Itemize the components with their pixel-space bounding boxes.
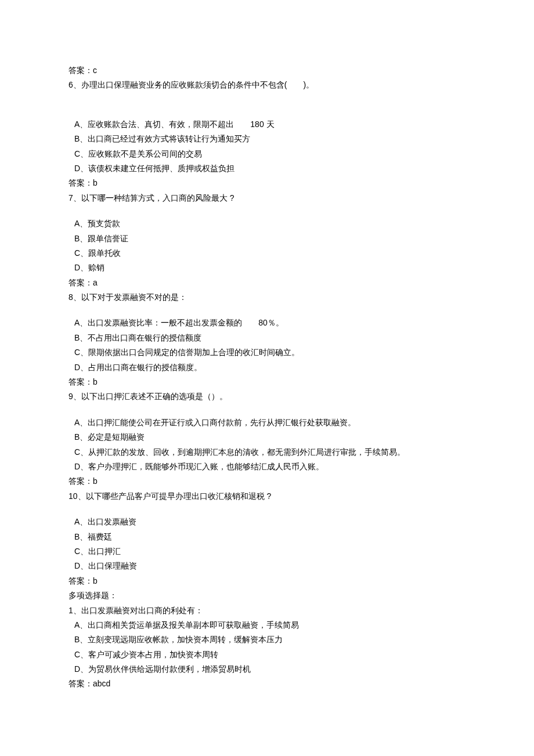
option-7c: C、跟单托收	[74, 247, 466, 259]
answer-9: 答案：b	[68, 475, 466, 487]
option-9c: C、从押汇款的发放、回收，到逾期押汇本息的清收，都无需到外汇局进行审批，手续简易…	[74, 446, 466, 458]
question-10-text: 10、以下哪些产品客户可提早办理出口收汇核销和退税 ?	[68, 490, 466, 502]
option-8b: B、不占用出口商在银行的授信额度	[74, 331, 466, 344]
option-7a: A、预支货款	[74, 217, 466, 230]
multi-question-1-text: 1、出口发票融资对出口商的利处有：	[68, 604, 466, 617]
option-6a: A、应收账款合法、真切、有效，限期不超出 180 天	[74, 118, 466, 131]
option-m1b: B、立刻变现远期应收帐款，加快资本周转，缓解资本压力	[74, 633, 466, 646]
answer-8: 答案：b	[68, 375, 466, 388]
option-10c: C、出口押汇	[74, 545, 466, 558]
option-10d: D、出口保理融资	[74, 559, 466, 572]
option-10a: A、出口发票融资	[74, 515, 466, 528]
option-m1a: A、出口商相关货运单据及报关单副本即可获取融资，手续简易	[74, 618, 466, 631]
question-6-text: 6、办理出口保理融资业务的应收账款须切合的条件中不包含( )。	[68, 78, 466, 91]
option-9b: B、必定是短期融资	[74, 431, 466, 443]
option-8d: D、占用出口商在银行的授信额度。	[74, 361, 466, 374]
question-8-text: 8、以下对于发票融资不对的是：	[68, 291, 466, 303]
option-6b: B、出口商已经过有效方式将该转让行为通知买方	[74, 132, 466, 145]
option-6d: D、该债权未建立任何抵押、质押或权益负担	[74, 162, 466, 175]
answer-6: 答案：b	[68, 176, 466, 189]
option-10b: B、福费廷	[74, 530, 466, 543]
option-9a: A、出口押汇能使公司在开证行或入口商付款前，先行从押汇银行处获取融资。	[74, 416, 466, 429]
option-8c: C、限期依据出口合同规定的信誉期加上合理的收汇时间确立。	[74, 346, 466, 359]
question-9-text: 9、以下出口押汇表述不正确的选项是（）。	[68, 390, 466, 403]
option-m1d: D、为贸易伙伴供给远期付款便利，增添贸易时机	[74, 663, 466, 675]
answer-m1: 答案：abcd	[68, 677, 466, 690]
answer-10: 答案：b	[68, 574, 466, 587]
question-7-text: 7、以下哪一种结算方式，入口商的风险最大 ?	[68, 191, 466, 204]
option-8a: A、出口发票融资比率：一般不超出发票金额的 80％。	[74, 316, 466, 329]
answer-7: 答案：a	[68, 276, 466, 289]
option-7d: D、赊销	[74, 261, 466, 274]
option-9d: D、客户办理押汇，既能够外币现汇入账，也能够结汇成人民币入账。	[74, 460, 466, 473]
multi-choice-header: 多项选择题：	[68, 589, 466, 602]
option-7b: B、跟单信誉证	[74, 232, 466, 245]
option-m1c: C、客户可减少资本占用，加快资本周转	[74, 648, 466, 661]
pre-answer: 答案：c	[68, 64, 466, 77]
option-6c: C、应收账款不是关系公司间的交易	[74, 147, 466, 160]
